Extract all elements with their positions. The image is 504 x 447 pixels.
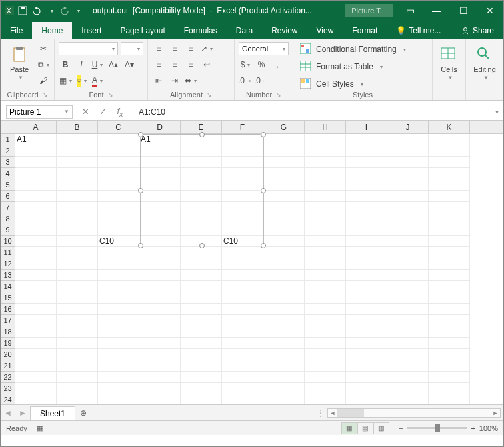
cell[interactable] [263, 157, 305, 168]
cell[interactable] [15, 270, 57, 281]
maximize-button[interactable]: ☐ [450, 1, 477, 21]
cell[interactable] [387, 145, 429, 157]
cell[interactable] [57, 157, 98, 168]
bold-button[interactable]: B [59, 58, 72, 71]
cell[interactable] [57, 394, 98, 404]
zoom-value[interactable]: 100% [479, 424, 498, 432]
tell-me[interactable]: 💡 Tell me... [387, 22, 450, 39]
row-header[interactable]: 12 [1, 258, 15, 270]
cell[interactable] [263, 236, 305, 247]
font-launcher-icon[interactable]: ↘ [108, 91, 113, 98]
hscroll-right-icon[interactable]: ► [491, 409, 500, 417]
row-header[interactable]: 22 [1, 372, 15, 383]
align-middle-icon[interactable]: ≡ [168, 42, 181, 55]
cell[interactable] [387, 383, 429, 394]
cell[interactable] [346, 168, 387, 179]
format-painter-icon[interactable]: 🖌 [37, 74, 50, 87]
col-header[interactable]: K [429, 121, 470, 133]
cell[interactable] [181, 292, 222, 304]
zoom-out-icon[interactable]: − [399, 424, 403, 432]
cell[interactable] [305, 191, 346, 202]
align-bottom-icon[interactable]: ≡ [184, 42, 197, 55]
cell[interactable] [305, 372, 346, 383]
clipboard-launcher-icon[interactable]: ↘ [43, 91, 48, 98]
row-header[interactable]: 17 [1, 315, 15, 326]
row-header[interactable]: 13 [1, 270, 15, 281]
conditional-formatting-button[interactable]: Conditional Formatting▾ [297, 42, 428, 57]
sheet-tab-sheet1[interactable]: Sheet1 [30, 406, 75, 420]
cell[interactable] [57, 360, 98, 372]
cell[interactable] [387, 168, 429, 179]
cell[interactable] [222, 372, 263, 383]
cell[interactable] [139, 326, 181, 338]
cell[interactable] [305, 360, 346, 372]
percent-icon[interactable]: % [255, 58, 268, 71]
cell[interactable] [429, 157, 470, 168]
cell[interactable] [305, 179, 346, 191]
cell[interactable] [429, 168, 470, 179]
cell[interactable] [346, 349, 387, 360]
cell[interactable] [305, 383, 346, 394]
decrease-decimal-icon[interactable]: .0← [255, 74, 268, 87]
horizontal-scrollbar[interactable]: ◄ ► [327, 408, 501, 418]
cell[interactable] [346, 145, 387, 157]
cell[interactable] [263, 179, 305, 191]
cell[interactable] [57, 338, 98, 349]
cell[interactable] [346, 372, 387, 383]
increase-indent-icon[interactable]: ⇥ [168, 74, 181, 87]
cell[interactable] [98, 258, 139, 270]
cell[interactable] [57, 281, 98, 292]
cell[interactable] [57, 236, 98, 247]
cell[interactable] [139, 383, 181, 394]
cell[interactable] [57, 247, 98, 258]
cell[interactable] [429, 315, 470, 326]
cell[interactable] [346, 179, 387, 191]
col-header[interactable]: B [57, 121, 98, 133]
cell[interactable] [222, 281, 263, 292]
redo-icon[interactable] [61, 6, 70, 15]
cell[interactable] [222, 270, 263, 281]
col-header[interactable]: H [305, 121, 346, 133]
page-layout-view-icon[interactable]: ▤ [357, 422, 373, 434]
fill-color-icon[interactable]: ⟐▾ [75, 74, 88, 87]
cell[interactable] [98, 372, 139, 383]
tab-view[interactable]: View [307, 22, 343, 39]
cell[interactable] [139, 292, 181, 304]
cell[interactable] [305, 168, 346, 179]
borders-icon[interactable]: ▦▾ [59, 74, 72, 87]
align-right-icon[interactable]: ≡ [184, 58, 197, 71]
cell[interactable] [429, 179, 470, 191]
row-header[interactable]: 7 [1, 202, 15, 213]
cell[interactable] [222, 292, 263, 304]
sheet-nav-next-icon[interactable]: ► [15, 408, 30, 418]
cell[interactable] [305, 349, 346, 360]
picture-object[interactable] [140, 134, 264, 246]
row-header[interactable]: 19 [1, 338, 15, 349]
font-color-icon[interactable]: A▾ [91, 74, 104, 87]
increase-decimal-icon[interactable]: .0→ [239, 74, 252, 87]
zoom-in-icon[interactable]: + [471, 424, 475, 432]
cell[interactable] [263, 326, 305, 338]
cell[interactable] [387, 202, 429, 213]
tab-review[interactable]: Review [262, 22, 307, 39]
wrap-text-icon[interactable]: ↩ [200, 58, 213, 71]
cell[interactable] [57, 213, 98, 224]
cell[interactable] [387, 349, 429, 360]
cell[interactable] [222, 360, 263, 372]
cell[interactable] [429, 134, 470, 145]
cell[interactable] [346, 383, 387, 394]
cell[interactable] [98, 202, 139, 213]
cell[interactable] [429, 338, 470, 349]
fx-icon[interactable]: fx [111, 105, 129, 119]
row-header[interactable]: 18 [1, 326, 15, 338]
ribbon-options-icon[interactable]: ▭ [397, 1, 423, 21]
page-break-view-icon[interactable]: ▥ [373, 422, 389, 434]
cell[interactable] [98, 224, 139, 236]
cell[interactable] [429, 372, 470, 383]
number-format-select[interactable]: General▾ [239, 42, 289, 55]
cell[interactable] [57, 258, 98, 270]
underline-button[interactable]: U▾ [91, 58, 104, 71]
cell[interactable] [57, 315, 98, 326]
resize-handle-ne[interactable] [261, 132, 266, 137]
cell[interactable] [263, 281, 305, 292]
